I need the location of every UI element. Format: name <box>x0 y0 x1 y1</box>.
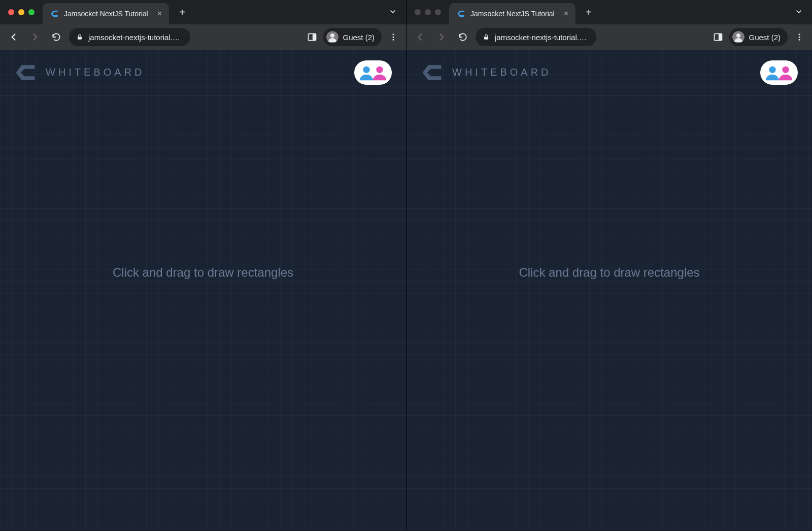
lock-icon <box>76 34 83 41</box>
browser-window-right: Jamsocket NextJS Tutorial × + jamsocket-… <box>406 0 812 531</box>
profile-button[interactable]: Guest (2) <box>323 28 382 46</box>
svg-point-27 <box>782 66 789 73</box>
close-tab-button[interactable]: × <box>157 10 162 18</box>
svg-point-7 <box>393 37 394 38</box>
svg-point-13 <box>376 66 383 73</box>
close-tab-button[interactable]: × <box>564 10 568 18</box>
back-button[interactable] <box>5 28 22 46</box>
window-controls <box>8 9 35 15</box>
app-logo-icon <box>14 61 37 84</box>
minimize-window-button[interactable] <box>18 9 24 15</box>
svg-marker-0 <box>51 11 58 17</box>
svg-point-5 <box>330 34 334 38</box>
close-window-button[interactable] <box>415 9 421 15</box>
tab-search-button[interactable] <box>790 6 808 19</box>
side-panel-button[interactable] <box>711 30 725 44</box>
presence-indicator[interactable] <box>354 60 392 85</box>
app-logo-icon <box>421 61 443 84</box>
svg-rect-1 <box>78 37 82 39</box>
maximize-window-button[interactable] <box>435 9 441 15</box>
whiteboard-canvas[interactable]: Click and drag to draw rectangles <box>407 95 812 531</box>
browser-window-left: Jamsocket NextJS Tutorial × + jamsocket-… <box>0 0 406 531</box>
kebab-menu-button[interactable] <box>792 29 807 45</box>
window-controls <box>415 9 441 15</box>
toolbar: jamsocket-nextjs-tutorial.vercel... Gues… <box>407 24 812 50</box>
address-bar[interactable]: jamsocket-nextjs-tutorial.vercel... <box>69 28 190 46</box>
favicon-icon <box>50 9 59 18</box>
side-panel-button[interactable] <box>305 30 319 44</box>
svg-point-21 <box>799 37 800 38</box>
tab-bar: Jamsocket NextJS Tutorial × + <box>407 0 812 24</box>
canvas-placeholder: Click and drag to draw rectangles <box>113 266 293 280</box>
lock-icon <box>483 34 490 41</box>
presence-indicator[interactable] <box>760 60 798 85</box>
url-text: jamsocket-nextjs-tutorial.vercel... <box>88 33 183 42</box>
svg-marker-14 <box>457 11 464 17</box>
reload-button[interactable] <box>48 28 65 46</box>
forward-button[interactable] <box>433 28 450 46</box>
minimize-window-button[interactable] <box>425 9 431 15</box>
tab-bar: Jamsocket NextJS Tutorial × + <box>0 0 406 24</box>
app-header: WHITEBOARD <box>407 50 812 95</box>
svg-marker-9 <box>16 65 35 80</box>
new-tab-button[interactable]: + <box>175 5 189 19</box>
svg-point-11 <box>363 66 369 73</box>
tab-title: Jamsocket NextJS Tutorial <box>64 10 148 18</box>
tab-title: Jamsocket NextJS Tutorial <box>470 10 555 18</box>
app-header: WHITEBOARD <box>0 50 406 95</box>
maximize-window-button[interactable] <box>28 9 35 15</box>
canvas-placeholder: Click and drag to draw rectangles <box>519 266 699 280</box>
svg-rect-17 <box>719 34 722 40</box>
presence-avatar-2 <box>775 62 796 83</box>
svg-point-22 <box>799 39 800 41</box>
svg-marker-23 <box>423 65 442 80</box>
svg-point-6 <box>393 34 394 35</box>
guest-avatar-icon <box>732 31 745 43</box>
forward-button[interactable] <box>26 28 44 46</box>
app-title: WHITEBOARD <box>452 67 552 78</box>
svg-point-8 <box>393 39 394 41</box>
toolbar: jamsocket-nextjs-tutorial.vercel... Gues… <box>0 24 406 50</box>
svg-rect-3 <box>313 34 316 40</box>
profile-label: Guest (2) <box>749 33 781 42</box>
svg-point-25 <box>769 66 775 73</box>
tab-search-button[interactable] <box>384 6 402 19</box>
browser-tab[interactable]: Jamsocket NextJS Tutorial × <box>43 3 169 24</box>
svg-point-19 <box>736 34 740 38</box>
profile-button[interactable]: Guest (2) <box>729 28 788 46</box>
address-bar[interactable]: jamsocket-nextjs-tutorial.vercel... <box>476 28 596 46</box>
app-viewport: WHITEBOARD Click and drag to draw rectan… <box>407 50 812 531</box>
guest-avatar-icon <box>326 31 339 43</box>
svg-point-20 <box>799 34 800 35</box>
svg-rect-15 <box>484 37 488 39</box>
kebab-menu-button[interactable] <box>386 29 401 45</box>
app-viewport: WHITEBOARD Click and drag to draw rectan… <box>0 50 406 531</box>
url-text: jamsocket-nextjs-tutorial.vercel... <box>495 33 589 42</box>
app-title: WHITEBOARD <box>46 67 145 78</box>
new-tab-button[interactable]: + <box>582 5 596 19</box>
reload-button[interactable] <box>454 28 471 46</box>
presence-avatar-2 <box>369 62 390 83</box>
favicon-icon <box>456 9 465 18</box>
back-button[interactable] <box>412 28 429 46</box>
close-window-button[interactable] <box>8 9 14 15</box>
profile-label: Guest (2) <box>343 33 375 42</box>
browser-tab[interactable]: Jamsocket NextJS Tutorial × <box>449 3 576 24</box>
whiteboard-canvas[interactable]: Click and drag to draw rectangles <box>0 95 406 531</box>
